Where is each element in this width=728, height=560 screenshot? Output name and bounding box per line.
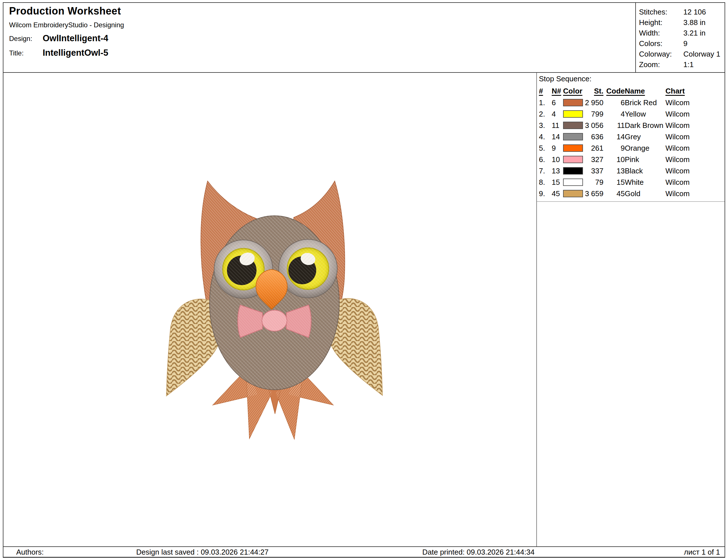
- row-stitches: 3 056: [584, 121, 603, 130]
- main-area: Stop Sequence: # N# Color St. Code Name …: [3, 73, 725, 546]
- table-row: 2. 4 799 4 Yellow Wilcom: [539, 108, 725, 120]
- stat-row: Colorway: Colorway 1: [639, 49, 723, 59]
- stat-row: Zoom: 1:1: [639, 59, 723, 70]
- authors-label: Authors:: [16, 547, 44, 556]
- owl-embroidery-design: [164, 171, 391, 443]
- row-color-name: Yellow: [625, 110, 665, 119]
- row-code: 6: [603, 98, 625, 107]
- thread-color-swatch: [563, 110, 583, 118]
- thread-color-swatch: [563, 179, 583, 186]
- row-needle: 13: [552, 167, 563, 175]
- row-num: 3.: [539, 121, 552, 130]
- page-title: Production Worksheet: [9, 5, 635, 17]
- row-code: 9: [603, 144, 625, 153]
- row-color-name: Black: [625, 167, 665, 175]
- row-code: 45: [603, 189, 625, 198]
- stat-label: Zoom:: [639, 59, 683, 70]
- stat-label: Colors:: [639, 38, 683, 49]
- row-chart: Wilcom: [665, 144, 725, 153]
- thread-color-swatch: [563, 122, 583, 129]
- row-stitches: 79: [584, 178, 603, 187]
- col-code: Code: [603, 87, 625, 96]
- row-color-name: Orange: [625, 144, 665, 153]
- design-stats-panel: Stitches: 12 106 Height: 3.88 in Width: …: [635, 3, 725, 72]
- table-row: 3. 11 3 056 11 Dark Brown Wilcom: [539, 120, 725, 131]
- stat-label: Width:: [639, 28, 683, 38]
- thread-color-swatch: [563, 144, 583, 152]
- row-needle: 14: [552, 133, 563, 141]
- row-color-name: Brick Red: [625, 98, 665, 107]
- stop-sequence-panel: Stop Sequence: # N# Color St. Code Name …: [536, 73, 725, 546]
- table-row: 7. 13 337 13 Black Wilcom: [539, 165, 725, 177]
- row-chart: Wilcom: [665, 98, 725, 107]
- stat-label: Stitches:: [639, 7, 683, 17]
- production-worksheet-page: Production Worksheet Wilcom EmbroiderySt…: [0, 0, 728, 560]
- date-printed-text: Date printed: 09.03.2026 21:44:34: [422, 547, 535, 556]
- table-row: 8. 15 79 15 White Wilcom: [539, 177, 725, 188]
- row-num: 9.: [539, 189, 552, 198]
- thread-color-swatch: [563, 190, 583, 197]
- col-chart: Chart: [665, 87, 725, 96]
- row-chart: Wilcom: [665, 155, 725, 164]
- thread-color-swatch: [563, 156, 583, 163]
- stat-value: 1:1: [683, 59, 694, 70]
- design-label: Design:: [9, 33, 43, 43]
- row-stitches: 636: [584, 133, 603, 141]
- title-label: Title:: [9, 48, 43, 57]
- row-code: 11: [603, 121, 625, 130]
- stat-label: Colorway:: [639, 49, 683, 59]
- app-subtitle: Wilcom EmbroideryStudio - Designing: [9, 21, 635, 29]
- row-num: 6.: [539, 155, 552, 164]
- row-chart: Wilcom: [665, 121, 725, 130]
- stat-value: 9: [683, 38, 687, 49]
- stat-value: 3.88 in: [683, 17, 706, 28]
- row-needle: 4: [552, 110, 563, 119]
- stat-value: 3.21 in: [683, 28, 706, 38]
- row-chart: Wilcom: [665, 110, 725, 119]
- design-row: Design: OwlIntelligent-4: [9, 33, 635, 44]
- table-row: 6. 10 327 10 Pink Wilcom: [539, 154, 725, 165]
- row-needle: 45: [552, 189, 563, 198]
- stop-sequence-header: # N# Color St. Code Name Chart: [539, 86, 725, 96]
- header: Production Worksheet Wilcom EmbroiderySt…: [3, 3, 725, 73]
- row-chart: Wilcom: [665, 133, 725, 141]
- stat-label: Height:: [639, 17, 683, 28]
- thread-color-swatch: [563, 99, 583, 106]
- table-row: 1. 6 2 950 6 Brick Red Wilcom: [539, 97, 725, 108]
- row-needle: 10: [552, 155, 563, 164]
- row-code: 14: [603, 133, 625, 141]
- row-stitches: 327: [584, 155, 603, 164]
- col-n: N#: [552, 87, 563, 96]
- design-name: OwlIntelligent-4: [43, 33, 108, 44]
- row-stitches: 799: [584, 110, 603, 119]
- table-row: 9. 45 3 659 45 Gold Wilcom: [539, 188, 725, 199]
- row-stitches: 2 950: [584, 98, 603, 107]
- table-row: 4. 14 636 14 Grey Wilcom: [539, 131, 725, 143]
- row-color-name: Grey: [625, 133, 665, 141]
- footer: Authors: Design last saved : 09.03.2026 …: [3, 546, 725, 557]
- design-canvas: [3, 73, 536, 546]
- row-needle: 6: [552, 98, 563, 107]
- row-num: 5.: [539, 144, 552, 153]
- row-num: 8.: [539, 178, 552, 187]
- row-chart: Wilcom: [665, 167, 725, 175]
- col-name: Name: [625, 87, 665, 96]
- col-num: #: [539, 87, 552, 96]
- stat-row: Stitches: 12 106: [639, 7, 723, 17]
- stat-row: Colors: 9: [639, 38, 723, 49]
- row-stitches: 261: [584, 144, 603, 153]
- row-needle: 15: [552, 178, 563, 187]
- stat-row: Height: 3.88 in: [639, 17, 723, 28]
- row-num: 7.: [539, 167, 552, 175]
- thread-color-swatch: [563, 167, 583, 175]
- header-left: Production Worksheet Wilcom EmbroiderySt…: [3, 3, 635, 72]
- row-chart: Wilcom: [665, 189, 725, 198]
- stop-sequence-table: 1. 6 2 950 6 Brick Red Wilcom 2. 4: [539, 97, 725, 199]
- page-number: лист 1 of 1: [684, 547, 720, 556]
- row-stitches: 3 659: [584, 189, 603, 198]
- row-color-name: Dark Brown: [625, 121, 665, 130]
- owl-eye-right: [279, 239, 337, 298]
- panel-divider: [537, 201, 725, 202]
- row-code: 10: [603, 155, 625, 164]
- row-color-name: Pink: [625, 155, 665, 164]
